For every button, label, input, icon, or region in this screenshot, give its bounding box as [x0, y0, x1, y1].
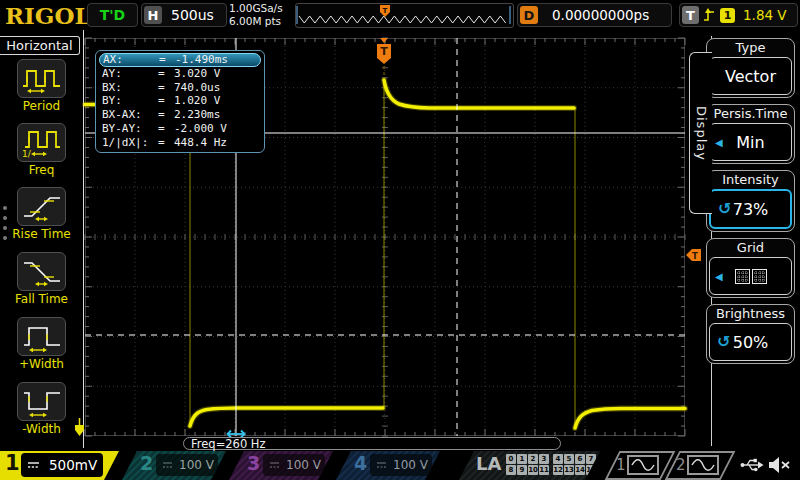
period-icon — [17, 59, 66, 98]
menu-item-grid[interactable]: Grid ◀ — [706, 238, 795, 298]
dc-coupling-icon — [270, 461, 279, 469]
menu-item-fall-time[interactable]: Fall Time — [0, 252, 83, 306]
knob-rotate-icon: ↺ — [717, 334, 730, 350]
top-bar: RIGOL T'D H 500us 1.00GSa/s 6.00M pts T — [0, 0, 800, 30]
channel-1-tab[interactable]: 1 500mV — [0, 451, 119, 480]
timebase-box[interactable]: H 500us — [141, 3, 227, 27]
channel-3-tab[interactable]: 3 100 V — [229, 451, 333, 480]
dc-coupling-icon — [163, 461, 172, 469]
cursor-row-ax: AX:=-1.490ms — [99, 53, 261, 67]
delay-box[interactable]: D 0.00000000ps — [517, 3, 672, 27]
svg-text:T: T — [380, 45, 388, 58]
freq-icon: 1/ — [17, 123, 66, 162]
speaker-muted-icon — [768, 455, 792, 475]
cursor-row-bxax: BX-AX:=2.230ms — [99, 108, 261, 122]
trigger-position-marker[interactable]: T — [377, 38, 391, 78]
trigger-source-badge: 1 — [720, 8, 735, 23]
dc-coupling-icon — [28, 461, 39, 469]
oscilloscope-screen: RIGOL T'D H 500us 1.00GSa/s 6.00M pts T — [0, 0, 800, 480]
rigol-logo: RIGOL — [5, 2, 91, 29]
trigger-level-value: 1.84 V — [743, 7, 787, 23]
left-arrow-icon: ◀ — [715, 137, 723, 148]
t-badge: T — [682, 6, 699, 24]
sine-icon — [627, 455, 659, 475]
frequency-counter: Freq=260 Hz — [183, 437, 561, 450]
right-menu-display: Display Type Vector Persis.Time ◀ Min In… — [695, 30, 800, 448]
type-value: Vector — [709, 57, 792, 95]
cursor-row-inv-dx: 1/|dX|:=448.4 Hz — [99, 136, 261, 150]
left-separator — [83, 30, 84, 448]
channel-4-scale-box: 100 V — [370, 454, 432, 476]
delay-value: 0.00000000ps — [552, 7, 649, 23]
math-ref-tab-1[interactable]: 1 — [605, 451, 676, 480]
persistence-value: ◀ Min — [709, 123, 792, 161]
menu-item-plus-width[interactable]: +Width — [0, 317, 83, 371]
svg-text:T: T — [692, 251, 698, 261]
menu-item-rise-time[interactable]: Rise Time — [0, 187, 83, 241]
left-menu-title: Horizontal — [0, 36, 80, 55]
brightness-value: ↺ 50% — [709, 323, 792, 361]
trigger-status-badge: T'D — [87, 3, 138, 27]
minus-width-icon — [17, 382, 66, 421]
svg-text:1/: 1/ — [22, 149, 32, 159]
intensity-value: ↺ 73% — [709, 189, 792, 229]
channel-3-scale-box: 100 V — [263, 454, 325, 476]
preview-waveform: T — [296, 4, 511, 25]
left-menu-horizontal: Horizontal Period 1/ — [0, 30, 83, 448]
menu-item-intensity[interactable]: Intensity ↺ 73% — [706, 170, 795, 232]
d-badge: D — [520, 6, 538, 24]
channel-4-tab[interactable]: 4 100 V — [336, 451, 440, 480]
math-ref-tab-2[interactable]: 2 — [665, 451, 736, 480]
preview-trigger-marker: T — [380, 5, 390, 17]
cursor-row-ay: AY:=3.020 V — [99, 67, 261, 81]
trigger-status-text: T'D — [100, 7, 125, 23]
cursor-row-bx: BX:=740.0us — [99, 81, 261, 95]
plus-width-icon — [17, 317, 66, 356]
fall-time-icon — [17, 252, 66, 291]
la-digit-grid: 01234567 89101112131415 — [506, 454, 597, 475]
menu-item-persistence[interactable]: Persis.Time ◀ Min — [706, 104, 795, 164]
left-arrow-icon: ◀ — [715, 271, 723, 282]
menu-item-brightness[interactable]: Brightness ↺ 50% — [706, 304, 795, 364]
menu-item-period[interactable]: Period — [0, 59, 83, 113]
trigger-level-marker[interactable]: T — [686, 249, 701, 261]
cursor-row-byay: BY-AY:=-2.000 V — [99, 122, 261, 136]
grid-value: ◀ — [709, 257, 792, 295]
acquisition-info: 1.00GSa/s 6.00M pts — [229, 2, 283, 28]
cursor-row-by: BY:=1.020 V — [99, 94, 261, 108]
timebase-value: 500us — [171, 7, 214, 23]
usb-icon — [740, 457, 764, 473]
cursor-measurement-box: AX:=-1.490ms AY:=3.020 V BX:=740.0us BY:… — [95, 50, 265, 153]
trigger-box[interactable]: T 1 1.84 V — [679, 3, 798, 27]
h-badge: H — [144, 6, 162, 24]
channel-2-tab[interactable]: 2 100 V — [122, 451, 226, 480]
menu-item-minus-width[interactable]: -Width — [0, 382, 83, 436]
memory-depth: 6.00M pts — [229, 15, 283, 28]
rise-time-icon — [17, 187, 66, 226]
sample-rate: 1.00GSa/s — [229, 2, 283, 15]
waveform-preview-strip: T — [295, 3, 514, 28]
grid-style-icon — [735, 269, 767, 284]
menu-page-dots — [3, 200, 7, 246]
channel-status-bar: 1 500mV 2 100 V 3 — [0, 451, 800, 480]
knob-rotate-icon: ↺ — [718, 201, 731, 217]
sine-icon — [687, 455, 719, 475]
logic-analyzer-tab[interactable]: LA 01234567 89101112131415 — [459, 451, 600, 480]
menu-item-type[interactable]: Type Vector — [706, 38, 795, 98]
svg-text:T: T — [383, 7, 388, 15]
rising-edge-icon — [703, 7, 716, 23]
dc-coupling-icon — [377, 461, 386, 469]
channel-1-scale-box: 500mV — [21, 453, 103, 477]
display-menu-tab: Display — [689, 52, 712, 214]
menu-item-freq[interactable]: 1/ Freq — [0, 123, 83, 177]
channel-2-scale-box: 100 V — [156, 454, 218, 476]
